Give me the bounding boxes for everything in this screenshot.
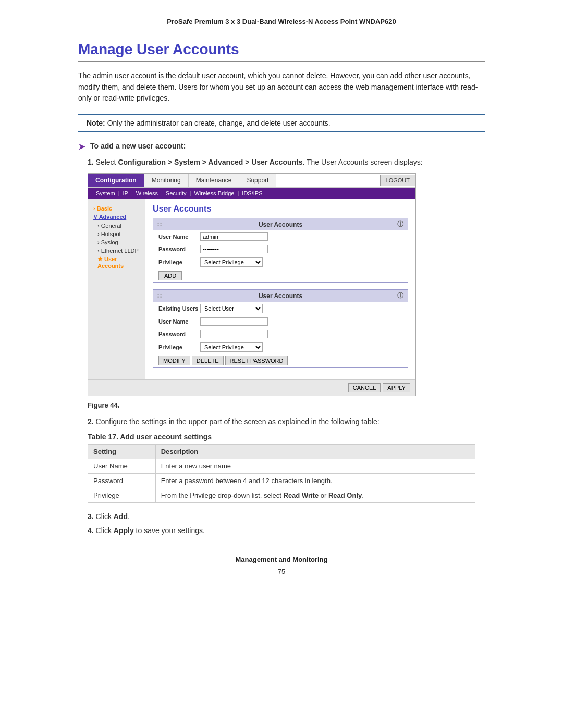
- table-cell-desc-3: From the Privilege drop-down list, selec…: [155, 488, 475, 503]
- existing-users-select[interactable]: Select User: [200, 304, 263, 313]
- content-area: › Basic ∨ Advanced › General › Hotspot ›…: [88, 199, 415, 379]
- step-1: 1. Select Configuration > System > Advan…: [88, 157, 485, 168]
- privilege-select-1[interactable]: Select Privilege Read Write Read Only: [200, 257, 263, 267]
- nav-bar: Configuration Monitoring Maintenance Sup…: [88, 174, 415, 188]
- sidebar-item-ethernet-lldp[interactable]: › Ethernet LLDP: [88, 246, 145, 255]
- reset-password-button[interactable]: RESET PASSWORD: [225, 356, 288, 365]
- tab-maintenance[interactable]: Maintenance: [189, 174, 240, 187]
- username-label-2: User Name: [158, 318, 200, 325]
- box2-header: ∷ User Accounts ⓘ: [153, 290, 408, 302]
- apply-button[interactable]: APPLY: [383, 383, 410, 392]
- page-title: Manage User Accounts: [78, 41, 485, 62]
- password-label-2: Password: [158, 331, 200, 337]
- sidebar-item-advanced[interactable]: ∨ Advanced: [88, 213, 145, 221]
- table-header-setting: Setting: [88, 445, 156, 459]
- step-heading-text: To add a new user account:: [90, 142, 186, 150]
- username-row-1: User Name: [153, 230, 408, 243]
- step-3: 3. Click Add.: [88, 511, 485, 522]
- bottom-buttons: CANCEL APPLY: [88, 379, 415, 396]
- table-cell-setting-3: Privilege: [88, 488, 156, 503]
- subnav-ip[interactable]: IP: [120, 190, 131, 197]
- username-row-2: User Name: [153, 315, 408, 328]
- box1-dots: ∷: [157, 221, 162, 228]
- box2-title: User Accounts: [259, 292, 302, 300]
- add-button[interactable]: ADD: [158, 271, 182, 280]
- doc-title: ProSafe Premium 3 x 3 Dual-Band Wireless…: [167, 18, 396, 26]
- step-4: 4. Click Apply to save your settings.: [88, 525, 485, 536]
- user-accounts-box-2: ∷ User Accounts ⓘ Existing Users Select …: [153, 289, 408, 368]
- box2-help-icon[interactable]: ⓘ: [397, 291, 403, 300]
- table-cell-desc-2: Enter a password between 4 and 12 charac…: [155, 474, 475, 488]
- table-header-description: Description: [155, 445, 475, 459]
- subnav-idsips[interactable]: IDS/IPS: [239, 190, 265, 197]
- step2-text: Configure the settings in the upper part…: [96, 417, 380, 426]
- note-text: Only the administrator can create, chang…: [107, 119, 331, 127]
- sub-nav: System | IP | Wireless | Security | Wire…: [88, 188, 415, 199]
- password-input-1[interactable]: [200, 245, 268, 253]
- footer-page: 75: [78, 567, 485, 575]
- table-cell-setting-1: User Name: [88, 459, 156, 474]
- main-content: User Accounts ∷ User Accounts ⓘ User Nam…: [145, 199, 415, 379]
- table-row: Privilege From the Privilege drop-down l…: [88, 488, 475, 503]
- sidebar: › Basic ∨ Advanced › General › Hotspot ›…: [88, 199, 145, 379]
- password-row-2: Password: [153, 328, 408, 340]
- username-input-1[interactable]: [200, 232, 268, 241]
- step-heading: ➤ To add a new user account:: [78, 142, 485, 152]
- sidebar-item-general[interactable]: › General: [88, 221, 145, 230]
- privilege-label-2: Privilege: [158, 344, 200, 350]
- existing-users-row: Existing Users Select User: [153, 302, 408, 315]
- table-cell-desc-1: Enter a new user name: [155, 459, 475, 474]
- box1-header: ∷ User Accounts ⓘ: [153, 218, 408, 230]
- delete-button[interactable]: DELETE: [192, 356, 224, 365]
- privilege-select-2[interactable]: Select Privilege Read Write Read Only: [200, 342, 263, 352]
- arrow-icon: ➤: [78, 142, 85, 152]
- box2-dots: ∷: [157, 292, 162, 300]
- existing-users-label: Existing Users: [158, 305, 200, 312]
- intro-text: The admin user account is the default us…: [78, 70, 485, 104]
- password-input-2[interactable]: [200, 330, 268, 338]
- action-buttons-row: MODIFY DELETE RESET PASSWORD: [158, 356, 402, 365]
- subnav-wireless-bridge[interactable]: Wireless Bridge: [191, 190, 237, 197]
- doc-header: ProSafe Premium 3 x 3 Dual-Band Wireless…: [78, 10, 485, 29]
- tab-support[interactable]: Support: [239, 174, 276, 187]
- table-row: Password Enter a password between 4 and …: [88, 474, 475, 488]
- privilege-label-1: Privilege: [158, 259, 200, 265]
- subnav-security[interactable]: Security: [163, 190, 189, 197]
- step-2: 2. Configure the settings in the upper p…: [88, 416, 485, 427]
- logout-button[interactable]: LOGOUT: [380, 175, 415, 186]
- figure-caption: Figure 44.: [88, 401, 485, 409]
- privilege-row-1: Privilege Select Privilege Read Write Re…: [153, 255, 408, 269]
- add-button-row: ADD: [153, 269, 408, 282]
- cancel-button[interactable]: CANCEL: [348, 383, 381, 392]
- password-label-1: Password: [158, 246, 200, 252]
- subnav-wireless[interactable]: Wireless: [133, 190, 161, 197]
- subnav-system[interactable]: System: [93, 190, 118, 197]
- sidebar-item-syslog[interactable]: › Syslog: [88, 238, 145, 246]
- table-title: Table 17. Add user account settings: [88, 433, 485, 441]
- sidebar-item-hotspot[interactable]: › Hotspot: [88, 230, 145, 238]
- section-title: User Accounts: [153, 204, 408, 214]
- username-input-2[interactable]: [200, 317, 268, 326]
- password-row-1: Password: [153, 243, 408, 255]
- user-accounts-box-1: ∷ User Accounts ⓘ User Name Password Pri…: [153, 218, 408, 283]
- box1-title: User Accounts: [259, 221, 302, 228]
- tab-configuration[interactable]: Configuration: [88, 174, 144, 187]
- username-label-1: User Name: [158, 233, 200, 240]
- screenshot: Configuration Monitoring Maintenance Sup…: [88, 173, 416, 396]
- sidebar-item-basic[interactable]: › Basic: [88, 204, 145, 213]
- footer-section-label: Management and Monitoring: [236, 556, 328, 563]
- table-row: User Name Enter a new user name: [88, 459, 475, 474]
- sidebar-item-user-accounts[interactable]: ★ User Accounts: [88, 255, 145, 270]
- box1-help-icon[interactable]: ⓘ: [397, 220, 403, 229]
- table-cell-setting-2: Password: [88, 474, 156, 488]
- note-box: Note: Only the administrator can create,…: [78, 114, 485, 132]
- settings-table: Setting Description User Name Enter a ne…: [88, 444, 475, 503]
- step1-text: Select Configuration > System > Advanced…: [96, 158, 423, 166]
- footer-section: Management and Monitoring: [78, 549, 485, 565]
- modify-button[interactable]: MODIFY: [158, 356, 190, 365]
- tab-monitoring[interactable]: Monitoring: [144, 174, 189, 187]
- privilege-row-2: Privilege Select Privilege Read Write Re…: [153, 340, 408, 354]
